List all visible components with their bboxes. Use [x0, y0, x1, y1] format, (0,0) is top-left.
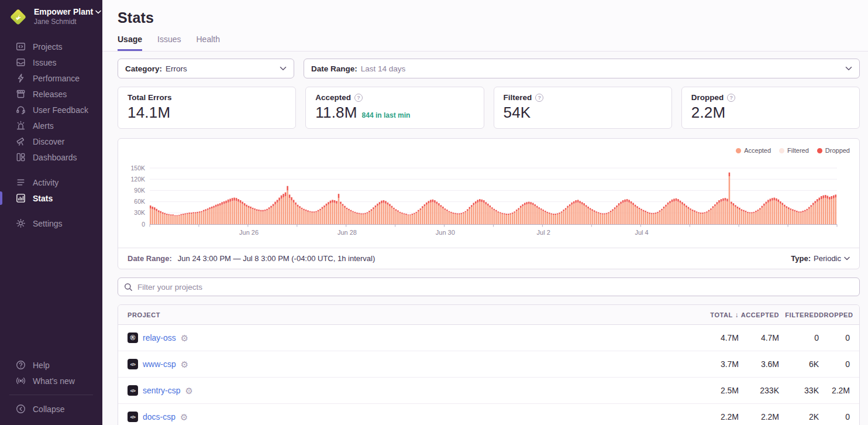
card-value: 54K: [504, 104, 531, 122]
org-switcher[interactable]: Empower Plant Jane Schmidt: [0, 0, 102, 27]
chevron-down-icon: [844, 256, 850, 261]
svg-text:Jul 4: Jul 4: [635, 229, 648, 236]
project-settings-gear-icon[interactable]: ⚙: [180, 413, 188, 421]
card-label: Dropped: [691, 93, 724, 102]
project-settings-gear-icon[interactable]: ⚙: [181, 334, 188, 342]
chart-date-range-label: Date Range:: [128, 254, 172, 263]
svg-text:30K: 30K: [134, 209, 145, 216]
sidebar: Empower Plant Jane Schmidt Projects Issu…: [0, 0, 102, 425]
sidebar-item-performance[interactable]: Performance: [0, 70, 102, 86]
sidebar-item-releases[interactable]: Releases: [0, 86, 102, 102]
page-title: Stats: [118, 9, 853, 26]
user-feedback-icon: [15, 105, 26, 115]
tab-bar: Usage Issues Health: [118, 35, 853, 51]
table-row: ® relay-oss ⚙ 4.7M 4.7M 0 0: [118, 325, 859, 351]
svg-text:Jun 28: Jun 28: [337, 229, 357, 236]
svg-text:120K: 120K: [130, 176, 145, 183]
sidebar-item-discover[interactable]: Discover: [0, 133, 102, 149]
org-logo-icon: [8, 7, 28, 27]
chevron-down-icon: [280, 66, 287, 71]
chart-date-range-value: Jun 24 3:00 PM — Jul 8 3:00 PM (-04:00 U…: [178, 254, 375, 263]
sidebar-footer: Help What's new Collapse: [0, 357, 102, 425]
broadcast-icon: [15, 376, 26, 386]
sidebar-item-stats[interactable]: Stats: [0, 190, 102, 206]
svg-text:90K: 90K: [134, 187, 145, 194]
legend-item-dropped[interactable]: Dropped: [817, 147, 850, 154]
stat-cards: Total Errors 14.1M Accepted ? 11.8M 844 …: [118, 87, 860, 129]
sidebar-item-activity[interactable]: Activity: [0, 174, 102, 190]
sidebar-nav-secondary: Activity Stats: [0, 174, 102, 206]
column-header-total[interactable]: TOTAL ↓: [688, 311, 739, 319]
search-icon: [124, 283, 133, 292]
sidebar-item-label: Releases: [33, 90, 67, 99]
sidebar-item-user-feedback[interactable]: User Feedback: [0, 102, 102, 118]
info-icon[interactable]: ?: [535, 94, 543, 102]
sidebar-item-settings[interactable]: Settings: [0, 215, 102, 231]
cell-accepted: 4.7M: [739, 333, 779, 342]
card-label: Total Errors: [128, 93, 172, 102]
sidebar-item-label: Performance: [33, 74, 80, 83]
cell-accepted: 3.6M: [739, 359, 779, 369]
project-settings-gear-icon[interactable]: ⚙: [181, 360, 188, 369]
collapse-icon: [15, 404, 26, 414]
legend-item-accepted[interactable]: Accepted: [736, 147, 771, 154]
date-range-select[interactable]: Date Range: Last 14 days: [304, 59, 860, 78]
sidebar-item-alerts[interactable]: Alerts: [0, 118, 102, 133]
sidebar-item-label: User Feedback: [33, 105, 88, 115]
cell-filtered: 6K: [779, 359, 819, 369]
column-header-project[interactable]: PROJECT: [118, 311, 688, 318]
legend-item-filtered[interactable]: Filtered: [779, 147, 809, 154]
project-link[interactable]: relay-oss: [143, 333, 176, 342]
cell-filtered: 2K: [779, 412, 819, 421]
main-area: Stats Usage Issues Health Category: Erro…: [102, 0, 868, 425]
project-filter-box: [118, 277, 860, 296]
card-label: Filtered: [504, 93, 532, 102]
info-icon[interactable]: ?: [727, 94, 735, 102]
project-link[interactable]: sentry-csp: [143, 386, 181, 395]
dashboards-icon: [15, 152, 26, 163]
cell-dropped: 0: [819, 333, 859, 342]
chevron-down-icon: [95, 10, 101, 14]
sidebar-item-issues[interactable]: Issues: [0, 54, 102, 70]
card-total-errors: Total Errors 14.1M: [118, 87, 296, 129]
chart-type-select[interactable]: Type: Periodic: [791, 254, 850, 263]
tab-issues[interactable]: Issues: [157, 35, 181, 51]
usage-chart-panel: Accepted Filtered Dropped 030K60K90K120K…: [118, 138, 860, 269]
org-name: Empower Plant: [34, 7, 93, 16]
category-value: Errors: [166, 64, 187, 73]
stats-icon: [15, 193, 26, 204]
card-value: 14.1M: [128, 104, 170, 122]
sidebar-item-dashboards[interactable]: Dashboards: [0, 149, 102, 165]
sidebar-item-help[interactable]: Help: [0, 357, 102, 373]
filtered-dot-icon: [779, 148, 784, 153]
sidebar-item-label: Stats: [33, 194, 53, 203]
column-header-accepted[interactable]: ACCEPTED: [739, 311, 779, 318]
card-subtext: 844 in last min: [362, 111, 411, 119]
project-link[interactable]: docs-csp: [143, 412, 175, 421]
cell-total: 2.5M: [688, 386, 739, 395]
table-header-row: PROJECT TOTAL ↓ ACCEPTED FILTERED DROPPE…: [118, 305, 859, 325]
tab-health[interactable]: Health: [197, 35, 220, 51]
project-link[interactable]: www-csp: [143, 359, 176, 369]
info-icon[interactable]: ?: [354, 94, 363, 102]
tab-usage[interactable]: Usage: [118, 35, 142, 51]
chart-type-label: Type:: [791, 254, 811, 263]
date-range-label: Date Range:: [311, 64, 357, 73]
project-settings-gear-icon[interactable]: ⚙: [185, 386, 193, 395]
activity-icon: [15, 177, 26, 188]
usage-bar-chart[interactable]: 030K60K90K120K150KJun 26Jun 28Jun 30Jul …: [118, 160, 859, 245]
sidebar-collapse-button[interactable]: Collapse: [0, 401, 102, 417]
legend-label: Accepted: [744, 147, 771, 154]
cell-dropped: 2.2M: [819, 386, 859, 395]
category-select[interactable]: Category: Errors: [118, 59, 294, 78]
releases-icon: [15, 89, 26, 100]
sidebar-item-projects[interactable]: Projects: [0, 39, 102, 54]
sidebar-item-label: Dashboards: [33, 153, 77, 162]
cell-dropped: 0: [819, 359, 859, 369]
column-header-dropped[interactable]: DROPPED: [819, 311, 859, 318]
column-header-filtered[interactable]: FILTERED: [779, 311, 819, 318]
chart-legend: Accepted Filtered Dropped: [736, 147, 850, 154]
project-filter-input[interactable]: [137, 283, 853, 292]
sidebar-item-whats-new[interactable]: What's new: [0, 373, 102, 389]
table-row: </> www-csp ⚙ 3.7M 3.6M 6K 0: [118, 351, 859, 378]
